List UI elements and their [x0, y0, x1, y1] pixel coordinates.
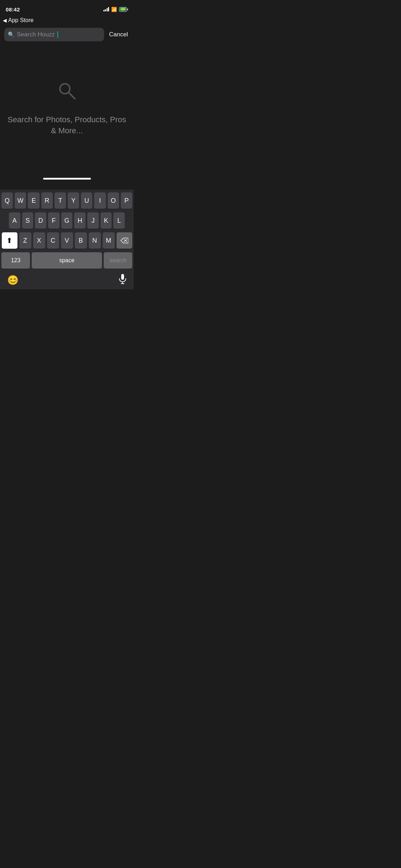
key-x[interactable]: X [33, 232, 45, 249]
status-icons: 📶 ⚡ [103, 7, 128, 12]
keyboard[interactable]: Q W E R T Y U I O P A S D F G H J K L ⬆ … [0, 190, 134, 289]
key-a[interactable]: A [9, 212, 20, 229]
svg-line-1 [68, 92, 75, 99]
key-g[interactable]: G [61, 212, 73, 229]
keyboard-row-3: ⬆ Z X C V B N M [0, 232, 134, 249]
space-button[interactable]: space [32, 252, 102, 269]
key-l[interactable]: L [113, 212, 125, 229]
search-button[interactable]: search [104, 252, 132, 269]
search-bar-row: 🔍 Search Houzz Cancel [0, 26, 134, 44]
key-t[interactable]: T [55, 192, 66, 209]
key-d[interactable]: D [35, 212, 46, 229]
search-prompt: Search for Photos, Products, Pros & More… [7, 114, 127, 136]
key-j[interactable]: J [87, 212, 99, 229]
search-icon: 🔍 [8, 31, 15, 38]
keyboard-row-1: Q W E R T Y U I O P [0, 192, 134, 209]
home-indicator [0, 172, 134, 185]
svg-rect-4 [121, 274, 124, 280]
key-s[interactable]: S [22, 212, 34, 229]
shift-icon: ⬆ [6, 236, 12, 245]
key-w[interactable]: W [15, 192, 26, 209]
key-b[interactable]: B [75, 232, 87, 249]
key-n[interactable]: N [89, 232, 101, 249]
signal-bars-icon [103, 7, 109, 11]
key-c[interactable]: C [47, 232, 59, 249]
shift-button[interactable]: ⬆ [2, 232, 17, 249]
microphone-button[interactable] [119, 274, 127, 286]
keyboard-row-2: A S D F G H J K L [0, 212, 134, 229]
battery-icon: ⚡ [119, 7, 128, 12]
status-time: 08:42 [6, 6, 20, 12]
emoji-mic-row: 😊 [0, 271, 134, 289]
key-y[interactable]: Y [68, 192, 79, 209]
big-search-icon [56, 80, 78, 106]
key-m[interactable]: M [103, 232, 115, 249]
nav-bar[interactable]: ◀ App Store [0, 16, 134, 26]
key-r[interactable]: R [41, 192, 53, 209]
key-q[interactable]: Q [1, 192, 13, 209]
keyboard-bottom-row: 123 space search [0, 252, 134, 269]
key-v[interactable]: V [61, 232, 73, 249]
back-arrow-icon: ◀ [3, 17, 7, 23]
key-k[interactable]: K [101, 212, 112, 229]
key-z[interactable]: Z [19, 232, 31, 249]
cancel-button[interactable]: Cancel [108, 31, 129, 38]
status-bar: 08:42 📶 ⚡ [0, 0, 134, 16]
key-f[interactable]: F [48, 212, 60, 229]
emoji-button[interactable]: 😊 [7, 275, 19, 286]
key-o[interactable]: O [108, 192, 119, 209]
key-e[interactable]: E [28, 192, 39, 209]
key-p[interactable]: P [121, 192, 132, 209]
search-input-wrapper[interactable]: 🔍 Search Houzz [4, 28, 104, 41]
key-i[interactable]: I [94, 192, 106, 209]
numbers-button[interactable]: 123 [1, 252, 30, 269]
home-bar [43, 178, 91, 180]
key-h[interactable]: H [74, 212, 86, 229]
wifi-icon: 📶 [111, 7, 117, 12]
back-label: App Store [8, 17, 34, 24]
text-cursor [57, 31, 58, 38]
delete-button[interactable] [117, 232, 132, 249]
search-placeholder: Search Houzz [17, 31, 55, 38]
key-u[interactable]: U [81, 192, 92, 209]
main-content: Search for Photos, Products, Pros & More… [0, 44, 134, 172]
